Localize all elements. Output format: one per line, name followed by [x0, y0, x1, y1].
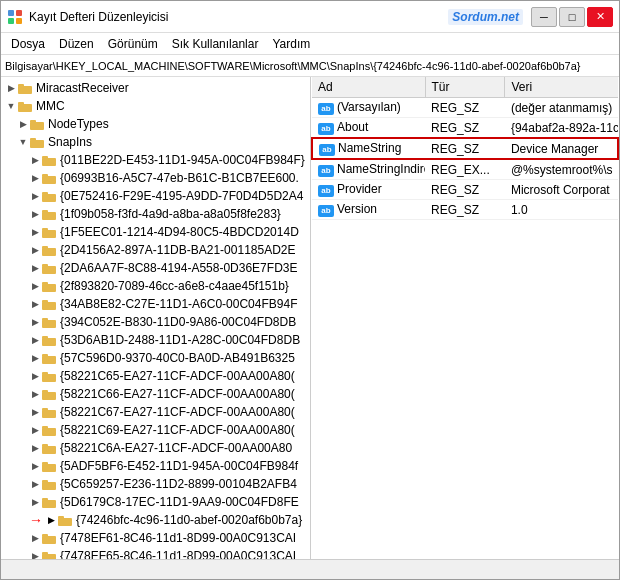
tree-item-s7[interactable]: ▶ {2DA6AA7F-8C88-4194-A558-0D36E7FD3E: [1, 259, 310, 277]
folder-icon-s4: [41, 207, 57, 221]
folder-icon-nodetypes: [29, 117, 45, 131]
main-content: ▶ MiracastReceiver ▼ MMC ▶ Node: [1, 77, 619, 559]
col-header-value[interactable]: Veri: [505, 77, 618, 98]
tree-item-s6[interactable]: ▶ {2D4156A2-897A-11DB-BA21-001185AD2E: [1, 241, 310, 259]
window-title: Kayıt Defteri Düzenleyicisi: [29, 10, 168, 24]
highlighted-table-row[interactable]: abNameStringREG_SZDevice Manager: [312, 138, 618, 159]
label-s8: {2f893820-7089-46cc-a6e8-c4aae45f151b}: [60, 279, 289, 293]
svg-rect-23: [42, 246, 48, 249]
tree-item-s8[interactable]: ▶ {2f893820-7089-46cc-a6e8-c4aae45f151b}: [1, 277, 310, 295]
cell-value: {94abaf2a-892a-11c: [505, 118, 618, 139]
tree-item-s12[interactable]: ▶ {57C596D0-9370-40C0-BA0D-AB491B6325: [1, 349, 310, 367]
menu-duzen[interactable]: Düzen: [53, 35, 100, 53]
tree-item-s5[interactable]: ▶ {1F5EEC01-1214-4D94-80C5-4BDCD2014D: [1, 223, 310, 241]
tree-item-s11[interactable]: ▶ {53D6AB1D-2488-11D1-A28C-00C04FD8DB: [1, 331, 310, 349]
svg-rect-33: [42, 336, 48, 339]
col-header-type[interactable]: Tür: [425, 77, 505, 98]
table-row[interactable]: ab(Varsayılan)REG_SZ(değer atanmamış): [312, 98, 618, 118]
arrow-s10: ▶: [29, 317, 41, 327]
svg-rect-1: [16, 10, 22, 16]
svg-rect-6: [18, 104, 32, 112]
label-mmc: MMC: [36, 99, 65, 113]
arrow-s15: ▶: [29, 407, 41, 417]
arrow-s12: ▶: [29, 353, 41, 363]
tree-item-s22[interactable]: ▶ {7478EF65-8C46-11d1-8D99-00A0C913CAI: [1, 547, 310, 559]
table-row[interactable]: abNameStringIndirectREG_EX...@%systemroo…: [312, 159, 618, 180]
label-s22: {7478EF65-8C46-11d1-8D99-00A0C913CAI: [60, 549, 296, 559]
tree-item-s4[interactable]: ▶ {1f09b058-f3fd-4a9d-a8ba-a8a05f8fe283}: [1, 205, 310, 223]
tree-item-s20[interactable]: ▶ {5D6179C8-17EC-11D1-9AA9-00C04FD8FE: [1, 493, 310, 511]
tree-item-s15[interactable]: ▶ {58221C67-EA27-11CF-ADCF-00AA00A80(: [1, 403, 310, 421]
label-s15: {58221C67-EA27-11CF-ADCF-00AA00A80(: [60, 405, 295, 419]
tree-item-s21[interactable]: ▶ {7478EF61-8C46-11d1-8D99-00A0C913CAI: [1, 529, 310, 547]
svg-rect-11: [30, 138, 36, 141]
folder-icon-s12: [41, 351, 57, 365]
label-s17: {58221C6A-EA27-11CF-ADCF-00AA00A80: [60, 441, 292, 455]
menu-sik[interactable]: Sık Kullanılanlar: [166, 35, 265, 53]
arrow-s11: ▶: [29, 335, 41, 345]
label-s18: {5ADF5BF6-E452-11D1-945A-00C04FB984f: [60, 459, 298, 473]
tree-item-s10[interactable]: ▶ {394C052E-B830-11D0-9A86-00C04FD8DB: [1, 313, 310, 331]
ab-icon: ab: [318, 103, 334, 115]
svg-rect-52: [58, 518, 72, 526]
svg-rect-26: [42, 284, 56, 292]
col-header-name[interactable]: Ad: [312, 77, 425, 98]
svg-rect-53: [58, 516, 64, 519]
svg-rect-35: [42, 354, 48, 357]
menu-dosya[interactable]: Dosya: [5, 35, 51, 53]
label-s9: {34AB8E82-C27E-11D1-A6C0-00C04FB94F: [60, 297, 297, 311]
tree-item-miracast[interactable]: ▶ MiracastReceiver: [1, 79, 310, 97]
svg-rect-28: [42, 302, 56, 310]
svg-rect-48: [42, 482, 56, 490]
label-s3: {0E752416-F29E-4195-A9DD-7F0D4D5D2A4: [60, 189, 303, 203]
folder-icon-s2: [41, 171, 57, 185]
folder-icon-s11: [41, 333, 57, 347]
menu-gorunum[interactable]: Görünüm: [102, 35, 164, 53]
svg-rect-10: [30, 140, 44, 148]
svg-rect-17: [42, 192, 48, 195]
close-button[interactable]: ✕: [587, 7, 613, 27]
arrow-s9: ▶: [29, 299, 41, 309]
label-s13: {58221C65-EA27-11CF-ADCF-00AA00A80(: [60, 369, 295, 383]
arrow-s21: ▶: [29, 533, 41, 543]
tree-panel[interactable]: ▶ MiracastReceiver ▼ MMC ▶ Node: [1, 77, 311, 559]
tree-item-s13[interactable]: ▶ {58221C65-EA27-11CF-ADCF-00AA00A80(: [1, 367, 310, 385]
arrow-miracast: ▶: [5, 83, 17, 93]
svg-rect-9: [30, 120, 36, 123]
tree-item-s1[interactable]: ▶ {011BE22D-E453-11D1-945A-00C04FB984F}: [1, 151, 310, 169]
window-controls: ─ □ ✕: [531, 7, 613, 27]
svg-rect-36: [42, 374, 56, 382]
table-row[interactable]: abVersionREG_SZ1.0: [312, 200, 618, 220]
arrow-s8: ▶: [29, 281, 41, 291]
tree-item-snapins[interactable]: ▼ SnapIns: [1, 133, 310, 151]
menu-yardim[interactable]: Yardım: [266, 35, 316, 53]
label-snapins: SnapIns: [48, 135, 92, 149]
svg-rect-13: [42, 156, 48, 159]
address-path: Bilgisayar\HKEY_LOCAL_MACHINE\SOFTWARE\M…: [5, 60, 581, 72]
tree-item-s2[interactable]: ▶ {06993B16-A5C7-47eb-B61C-B1CB7EE600.: [1, 169, 310, 187]
cell-type: REG_SZ: [425, 118, 505, 139]
tree-item-selected[interactable]: → ▶ {74246bfc-4c96-11d0-abef-0020af6b0b7…: [1, 511, 310, 529]
cell-name: abProvider: [312, 180, 425, 200]
folder-icon-s15: [41, 405, 57, 419]
tree-item-s18[interactable]: ▶ {5ADF5BF6-E452-11D1-945A-00C04FB984f: [1, 457, 310, 475]
maximize-button[interactable]: □: [559, 7, 585, 27]
svg-rect-42: [42, 428, 56, 436]
svg-rect-51: [42, 498, 48, 501]
cell-name: abVersion: [312, 200, 425, 220]
svg-rect-20: [42, 230, 56, 238]
table-row[interactable]: abAboutREG_SZ{94abaf2a-892a-11c: [312, 118, 618, 139]
tree-item-s16[interactable]: ▶ {58221C69-EA27-11CF-ADCF-00AA00A80(: [1, 421, 310, 439]
tree-item-mmc[interactable]: ▼ MMC: [1, 97, 310, 115]
minimize-button[interactable]: ─: [531, 7, 557, 27]
tree-item-s3[interactable]: ▶ {0E752416-F29E-4195-A9DD-7F0D4D5D2A4: [1, 187, 310, 205]
arrow-s1: ▶: [29, 155, 41, 165]
svg-rect-32: [42, 338, 56, 346]
tree-item-s19[interactable]: ▶ {5C659257-E236-11D2-8899-00104B2AFB4: [1, 475, 310, 493]
tree-item-s9[interactable]: ▶ {34AB8E82-C27E-11D1-A6C0-00C04FB94F: [1, 295, 310, 313]
tree-item-s17[interactable]: ▶ {58221C6A-EA27-11CF-ADCF-00AA00A80: [1, 439, 310, 457]
table-row[interactable]: abProviderREG_SZMicrosoft Corporat: [312, 180, 618, 200]
tree-item-s14[interactable]: ▶ {58221C66-EA27-11CF-ADCF-00AA00A80(: [1, 385, 310, 403]
tree-item-nodetypes[interactable]: ▶ NodeTypes: [1, 115, 310, 133]
cell-value: 1.0: [505, 200, 618, 220]
